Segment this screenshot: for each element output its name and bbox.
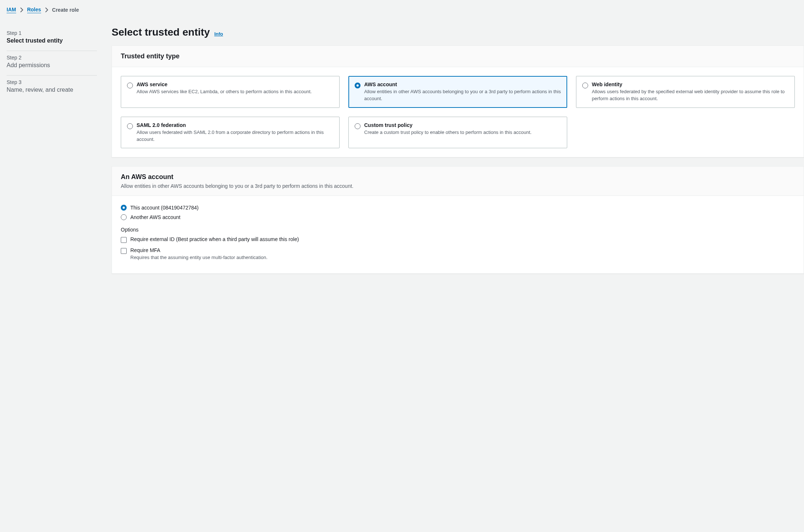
breadcrumb-iam[interactable]: IAM xyxy=(7,7,16,13)
tile-aws-service[interactable]: AWS service Allow AWS services like EC2,… xyxy=(121,76,340,108)
step-1[interactable]: Step 1 Select trusted entity xyxy=(7,26,97,51)
checkbox-require-external-id[interactable]: Require external ID (Best practice when … xyxy=(121,236,795,243)
main-content: Select trusted entity Info Trusted entit… xyxy=(112,26,804,283)
page-title: Select trusted entity xyxy=(112,26,210,38)
radio-icon xyxy=(127,123,133,129)
panel-title: An AWS account xyxy=(121,173,795,181)
tile-aws-account[interactable]: AWS account Allow entities in other AWS … xyxy=(348,76,567,108)
checkbox-icon xyxy=(121,237,127,243)
tile-title: Web identity xyxy=(592,81,789,87)
aws-account-panel: An AWS account Allow entities in other A… xyxy=(112,166,804,274)
panel-header: Trusted entity type xyxy=(112,46,804,67)
options-label: Options xyxy=(121,227,795,233)
info-link[interactable]: Info xyxy=(214,31,223,37)
tile-title: Custom trust policy xyxy=(364,122,532,128)
step-title: Add permissions xyxy=(7,62,97,69)
checkbox-icon xyxy=(121,248,127,254)
panel-title: Trusted entity type xyxy=(121,52,795,60)
wizard-steps: Step 1 Select trusted entity Step 2 Add … xyxy=(7,26,97,283)
radio-icon xyxy=(355,123,361,129)
tile-title: SAML 2.0 federation xyxy=(137,122,333,128)
chevron-right-icon xyxy=(20,7,23,12)
tile-custom-trust[interactable]: Custom trust policy Create a custom trus… xyxy=(348,117,567,149)
tile-title: AWS service xyxy=(137,81,312,87)
radio-icon xyxy=(121,214,127,220)
chevron-right-icon xyxy=(45,7,48,12)
radio-label: This account (084190472784) xyxy=(130,205,199,211)
tile-title: AWS account xyxy=(364,81,561,87)
radio-icon xyxy=(127,83,133,88)
tile-desc: Allows users federated by the specified … xyxy=(592,88,789,102)
step-title: Select trusted entity xyxy=(7,37,97,44)
entity-type-tiles: AWS service Allow AWS services like EC2,… xyxy=(121,76,795,148)
checkbox-require-mfa[interactable]: Require MFA Requires that the assuming e… xyxy=(121,247,795,260)
checkbox-desc: Requires that the assuming entity use mu… xyxy=(130,255,268,260)
tile-desc: Allow users federated with SAML 2.0 from… xyxy=(137,129,333,143)
breadcrumb-roles[interactable]: Roles xyxy=(27,7,41,13)
radio-icon xyxy=(121,205,127,211)
panel-subtitle: Allow entities in other AWS accounts bel… xyxy=(121,183,795,189)
trusted-entity-panel: Trusted entity type AWS service Allow AW… xyxy=(112,45,804,157)
checkbox-label: Require MFA xyxy=(130,247,268,253)
tile-desc: Allow entities in other AWS accounts bel… xyxy=(364,88,561,102)
tile-desc: Allow AWS services like EC2, Lambda, or … xyxy=(137,88,312,95)
step-title: Name, review, and create xyxy=(7,87,97,93)
radio-label: Another AWS account xyxy=(130,214,180,220)
radio-icon xyxy=(355,83,361,88)
step-number: Step 1 xyxy=(7,30,97,36)
breadcrumb-current: Create role xyxy=(52,7,79,13)
breadcrumb: IAM Roles Create role xyxy=(7,7,804,13)
tile-web-identity[interactable]: Web identity Allows users federated by t… xyxy=(576,76,795,108)
step-3[interactable]: Step 3 Name, review, and create xyxy=(7,76,97,100)
radio-icon xyxy=(582,83,588,88)
step-number: Step 2 xyxy=(7,55,97,61)
tile-saml[interactable]: SAML 2.0 federation Allow users federate… xyxy=(121,117,340,149)
step-number: Step 3 xyxy=(7,79,97,85)
radio-another-account[interactable]: Another AWS account xyxy=(121,214,795,220)
tile-desc: Create a custom trust policy to enable o… xyxy=(364,129,532,136)
radio-this-account[interactable]: This account (084190472784) xyxy=(121,205,795,211)
panel-header: An AWS account Allow entities in other A… xyxy=(112,167,804,196)
checkbox-label: Require external ID (Best practice when … xyxy=(130,236,299,242)
step-2[interactable]: Step 2 Add permissions xyxy=(7,51,97,76)
